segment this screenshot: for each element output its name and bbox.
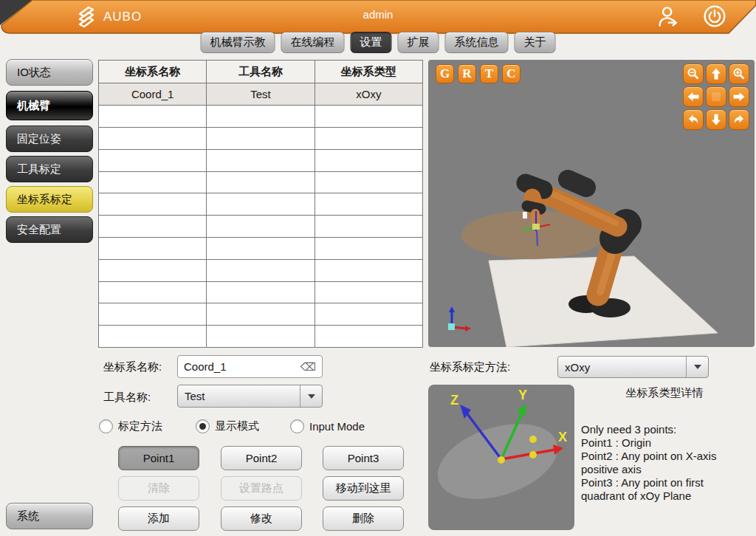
move-here-button[interactable]: 移动到这里 bbox=[323, 476, 404, 501]
tool-name-dropdown[interactable]: Test bbox=[177, 385, 323, 408]
table-row-empty[interactable] bbox=[99, 282, 422, 304]
coord-name-value: Coord_1 bbox=[184, 360, 300, 373]
table-row-empty[interactable] bbox=[99, 106, 422, 128]
sidebar-item-tool-calibration[interactable]: 工具标定 bbox=[6, 156, 93, 182]
table-row-empty[interactable] bbox=[99, 128, 422, 150]
grid-button[interactable]: G bbox=[436, 64, 454, 83]
table-row-empty[interactable] bbox=[99, 238, 422, 260]
center-view-button[interactable]: C bbox=[502, 64, 520, 83]
pan-down-icon[interactable] bbox=[706, 109, 726, 130]
desc-line: positive axis bbox=[581, 463, 755, 476]
viewport-mode-buttons: G R T C bbox=[436, 64, 520, 83]
world-axes-indicator bbox=[448, 306, 471, 331]
delete-button[interactable]: 删除 bbox=[323, 506, 404, 531]
sidebar-item-system[interactable]: 系统 bbox=[6, 503, 93, 529]
column-header-coord-name: 坐标系名称 bbox=[99, 61, 207, 83]
cell-tool-name[interactable]: Test bbox=[207, 83, 315, 105]
table-row-empty[interactable] bbox=[99, 193, 422, 216]
tab-robot-teaching[interactable]: 机械臂示教 bbox=[201, 32, 275, 53]
table-row-empty[interactable] bbox=[99, 216, 422, 238]
table-header-row: 坐标系名称 工具名称 坐标系类型 bbox=[99, 61, 422, 83]
calibration-description: Only need 3 points: Point1 : Origin Poin… bbox=[581, 423, 755, 503]
coord-name-label: 坐标系名称: bbox=[103, 360, 162, 374]
point2-button[interactable]: Point2 bbox=[221, 446, 302, 470]
clear-button: 清除 bbox=[118, 476, 199, 501]
desc-line: Point1 : Origin bbox=[581, 436, 755, 450]
calibration-method-label: 坐标系标定方法: bbox=[430, 360, 510, 374]
tab-system-info[interactable]: 系统信息 bbox=[445, 32, 509, 53]
column-header-tool-name: 工具名称 bbox=[207, 61, 315, 83]
rotate-right-icon[interactable] bbox=[729, 109, 749, 130]
robot-3d-viewport[interactable]: G R T C bbox=[428, 60, 755, 347]
power-icon[interactable] bbox=[703, 4, 726, 28]
rotate-left-icon[interactable] bbox=[683, 109, 704, 130]
viewport-center-button[interactable] bbox=[706, 86, 726, 107]
calibration-method-value: xOxy bbox=[558, 357, 686, 377]
y-axis-label: Y bbox=[518, 388, 527, 402]
tab-settings[interactable]: 设置 bbox=[351, 32, 392, 53]
set-waypoint-button: 设置路点 bbox=[221, 476, 302, 501]
table-row-empty[interactable] bbox=[99, 303, 422, 326]
desc-line: Only need 3 points: bbox=[581, 423, 755, 436]
radio-circle-selected[interactable] bbox=[196, 419, 210, 433]
table-row-empty[interactable] bbox=[99, 326, 422, 347]
tab-online-programming[interactable]: 在线编程 bbox=[281, 32, 345, 53]
chevron-down-icon[interactable] bbox=[686, 357, 708, 377]
sidebar-item-fixed-pose[interactable]: 固定位姿 bbox=[6, 126, 93, 152]
desc-line: Point2 : Any point on X-axis bbox=[581, 450, 755, 463]
x-axis-label: X bbox=[558, 430, 567, 444]
logged-in-user: admin bbox=[0, 8, 756, 21]
cell-coord-name[interactable]: Coord_1 bbox=[99, 83, 207, 105]
tool-name-value: Test bbox=[178, 385, 300, 407]
add-button[interactable]: 添加 bbox=[118, 506, 199, 531]
desc-line: quadrant of xOy Plane bbox=[581, 489, 755, 503]
coord-name-input[interactable]: Coord_1 ⌫ bbox=[177, 355, 323, 378]
table-row-empty[interactable] bbox=[99, 260, 422, 282]
radio-calibration-method[interactable]: 标定方法 bbox=[99, 419, 162, 433]
point1-button[interactable]: Point1 bbox=[118, 446, 199, 470]
sidebar-item-robot-arm[interactable]: 机械臂 bbox=[6, 91, 93, 120]
coordinate-type-diagram: Z Y X bbox=[428, 385, 574, 530]
table-row-empty[interactable] bbox=[99, 172, 422, 194]
tab-about[interactable]: 关于 bbox=[515, 32, 556, 53]
header-bar: AUBO admin bbox=[0, 0, 756, 34]
rotate-mode-button[interactable]: R bbox=[458, 64, 476, 83]
zoom-out-icon[interactable] bbox=[683, 63, 704, 84]
point3-button[interactable]: Point3 bbox=[323, 446, 404, 470]
radio-display-mode[interactable]: 显示模式 bbox=[196, 419, 259, 433]
radio-circle[interactable] bbox=[290, 419, 304, 433]
sidebar-item-safety-config[interactable]: 安全配置 bbox=[6, 216, 93, 243]
coord-type-details-title: 坐标系类型详情 bbox=[583, 386, 746, 400]
translate-mode-button[interactable]: T bbox=[480, 64, 498, 83]
axes-diagram: Z Y X bbox=[428, 385, 574, 530]
column-header-coord-type: 坐标系类型 bbox=[315, 61, 422, 83]
pan-right-icon[interactable] bbox=[729, 86, 749, 107]
table-row-empty[interactable] bbox=[99, 150, 422, 172]
coordinate-table: 坐标系名称 工具名称 坐标系类型 Coord_1 Test xOxy bbox=[98, 60, 423, 348]
tab-extension[interactable]: 扩展 bbox=[398, 32, 439, 53]
user-logout-icon[interactable] bbox=[656, 4, 681, 28]
z-axis-label: Z bbox=[450, 393, 458, 408]
radio-circle[interactable] bbox=[99, 419, 113, 433]
modify-button[interactable]: 修改 bbox=[221, 506, 302, 531]
radio-input-mode[interactable]: Input Mode bbox=[290, 419, 365, 433]
zoom-in-icon[interactable] bbox=[729, 63, 749, 84]
pan-left-icon[interactable] bbox=[683, 86, 704, 107]
sidebar-item-io-status[interactable]: IO状态 bbox=[6, 59, 93, 86]
viewport-nav-controls bbox=[683, 63, 749, 130]
main-tab-bar: 机械臂示教 在线编程 设置 扩展 系统信息 关于 bbox=[201, 32, 556, 53]
tool-name-label: 工具名称: bbox=[103, 391, 151, 405]
sidebar-item-coordinate-calibration[interactable]: 坐标系标定 bbox=[6, 186, 93, 213]
cell-coord-type[interactable]: xOxy bbox=[315, 83, 422, 105]
backspace-clear-icon[interactable]: ⌫ bbox=[300, 360, 316, 374]
chevron-down-icon[interactable] bbox=[300, 385, 322, 407]
pan-up-icon[interactable] bbox=[706, 63, 726, 84]
desc-line: Point3 : Any point on first bbox=[581, 476, 755, 489]
calibration-method-dropdown[interactable]: xOxy bbox=[557, 356, 709, 378]
table-row-selected[interactable]: Coord_1 Test xOxy bbox=[99, 83, 422, 106]
